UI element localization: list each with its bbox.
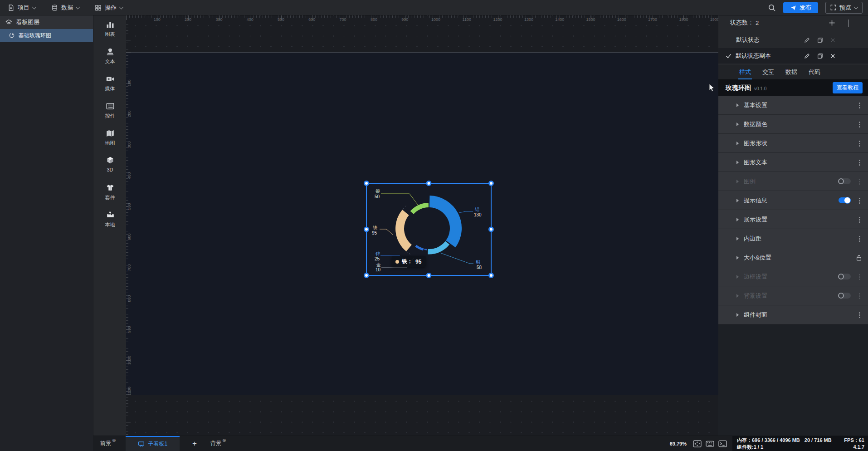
toolbox-item-5[interactable]: 地图 <box>93 129 127 147</box>
selection-handle[interactable] <box>427 274 431 278</box>
menu-data[interactable]: 数据 <box>44 0 87 15</box>
expand-arrow-icon[interactable] <box>736 313 739 317</box>
inspector-section-7[interactable]: 展示设置 <box>718 210 868 229</box>
fit-view-icon[interactable] <box>693 440 702 447</box>
section-toggle[interactable] <box>839 274 851 279</box>
inspector-section-3[interactable]: 图形形状 <box>718 134 868 152</box>
inspector-section-10[interactable]: 边框设置 <box>718 267 868 286</box>
zoom-level[interactable]: 69.79% <box>670 441 687 446</box>
duplicate-icon[interactable] <box>817 37 823 43</box>
expand-arrow-icon[interactable] <box>736 103 739 107</box>
kebab-menu-icon[interactable] <box>859 105 860 106</box>
selection-handle[interactable] <box>365 227 369 231</box>
selection-handle[interactable] <box>365 274 369 278</box>
tab-style[interactable]: 样式 <box>739 65 751 79</box>
background-tab[interactable]: 背景 ⊕ <box>210 440 226 447</box>
toolbox-item-1[interactable]: 图表 <box>93 20 127 38</box>
kebab-menu-icon[interactable] <box>859 181 860 182</box>
terminal-icon[interactable] <box>718 440 727 447</box>
lock-icon[interactable] <box>856 254 862 261</box>
kebab-menu-icon[interactable] <box>859 162 860 163</box>
inspector-section-12[interactable]: 组件封面 <box>718 305 868 324</box>
expand-arrow-icon[interactable] <box>736 256 739 260</box>
toolbox-item-2[interactable]: 文本 <box>93 47 127 65</box>
toolbox-item-7[interactable]: 套件 <box>93 183 127 201</box>
menu-actions[interactable]: 操作 <box>87 0 131 15</box>
edit-icon[interactable] <box>804 37 810 43</box>
tab-interaction[interactable]: 交互 <box>762 65 774 79</box>
inspector-section-6[interactable]: 提示信息 <box>718 191 868 210</box>
add-subboard-button[interactable]: + <box>188 439 201 448</box>
foreground-tab[interactable]: 前景 ⊕ <box>100 440 116 447</box>
toolbox-item-label: 控件 <box>105 113 115 119</box>
menu-project[interactable]: 项目 <box>0 0 44 15</box>
kebab-menu-icon[interactable] <box>859 124 860 125</box>
preview-button[interactable]: 预览 <box>825 2 863 14</box>
canvas-area[interactable]: 1002003004005006007008009001000110012001… <box>126 15 718 436</box>
expand-arrow-icon[interactable] <box>736 294 739 298</box>
states-header: 状态数： 2 <box>718 15 868 30</box>
v-ruler-label: 900 <box>127 325 132 334</box>
toolbox-item-3[interactable]: 媒体 <box>93 74 127 92</box>
expand-arrow-icon[interactable] <box>736 180 739 183</box>
rose-ring-chart[interactable]: 铝130铜58金10锌25铁95银50 <box>361 180 497 279</box>
expand-arrow-icon[interactable] <box>736 275 739 279</box>
toolbox-item-8[interactable]: 本地 <box>93 211 127 228</box>
search-icon[interactable] <box>768 4 776 12</box>
inspector-section-5[interactable]: 图例 <box>718 172 868 191</box>
inspector-section-4[interactable]: 图形文本 <box>718 153 868 172</box>
inspector-section-8[interactable]: 内边距 <box>718 229 868 248</box>
tab-code[interactable]: 代码 <box>809 65 820 79</box>
state-row-default-copy[interactable]: 默认状态副本 <box>718 48 868 64</box>
view-tutorial-button[interactable]: 查看教程 <box>833 82 863 93</box>
slice-label-value-锌: 25 <box>375 256 380 261</box>
toolbox-item-6[interactable]: 3D <box>93 156 127 172</box>
expand-arrow-icon[interactable] <box>736 142 739 145</box>
selection-handle[interactable] <box>489 274 493 278</box>
selection-handle[interactable] <box>365 181 369 186</box>
selection-handle[interactable] <box>489 181 493 186</box>
expand-arrow-icon[interactable] <box>736 218 739 221</box>
keyboard-icon[interactable] <box>706 440 714 447</box>
top-menubar: 项目 数据 操作 发布 <box>0 0 868 15</box>
expand-arrow-icon[interactable] <box>736 199 739 202</box>
section-toggle[interactable] <box>839 178 851 184</box>
section-toggle[interactable] <box>839 293 851 299</box>
section-toggle[interactable] <box>839 197 851 203</box>
expand-arrow-icon[interactable] <box>736 123 739 126</box>
collapse-states-icon[interactable] <box>848 20 849 26</box>
kebab-menu-icon[interactable] <box>859 295 860 297</box>
kebab-menu-icon[interactable] <box>859 314 860 316</box>
kebab-menu-icon[interactable] <box>859 200 860 201</box>
expand-arrow-icon[interactable] <box>736 237 739 240</box>
tab-data[interactable]: 数据 <box>785 65 797 79</box>
kebab-menu-icon[interactable] <box>859 219 860 221</box>
toolbox-item-4[interactable]: 控件 <box>93 102 127 119</box>
map-icon <box>106 129 115 138</box>
edit-icon[interactable] <box>804 53 810 59</box>
subboard-tab[interactable]: 子看板1 <box>126 436 180 451</box>
kebab-menu-icon[interactable] <box>859 276 860 278</box>
state-row-default[interactable]: 默认状态 <box>718 33 868 47</box>
add-circle-icon[interactable]: ⊕ <box>112 438 116 443</box>
selection-handle[interactable] <box>489 227 493 231</box>
chart-slice-铜 <box>428 241 449 255</box>
duplicate-icon[interactable] <box>817 53 823 59</box>
add-circle-icon[interactable]: ⊕ <box>222 438 226 443</box>
expand-arrow-icon[interactable] <box>736 161 739 164</box>
close-icon[interactable] <box>830 54 835 59</box>
publish-button[interactable]: 发布 <box>783 2 818 13</box>
kebab-menu-icon[interactable] <box>859 238 860 240</box>
selection-handle[interactable] <box>427 181 431 186</box>
cube-3d-icon <box>106 156 115 165</box>
components-label: 组件数: <box>737 444 754 451</box>
inspector-section-1[interactable]: 基本设置 <box>718 96 868 114</box>
memory-label: 内存： <box>737 437 752 444</box>
add-state-button[interactable] <box>829 20 835 26</box>
layer-item-rose-chart[interactable]: 基础玫瑰环图 <box>0 29 93 42</box>
inspector-section-2[interactable]: 数据颜色 <box>718 115 868 133</box>
kebab-menu-icon[interactable] <box>859 143 860 144</box>
chart-slice-铝 <box>429 196 462 247</box>
inspector-section-9[interactable]: 大小&位置 <box>718 248 868 267</box>
inspector-section-11[interactable]: 背景设置 <box>718 286 868 305</box>
